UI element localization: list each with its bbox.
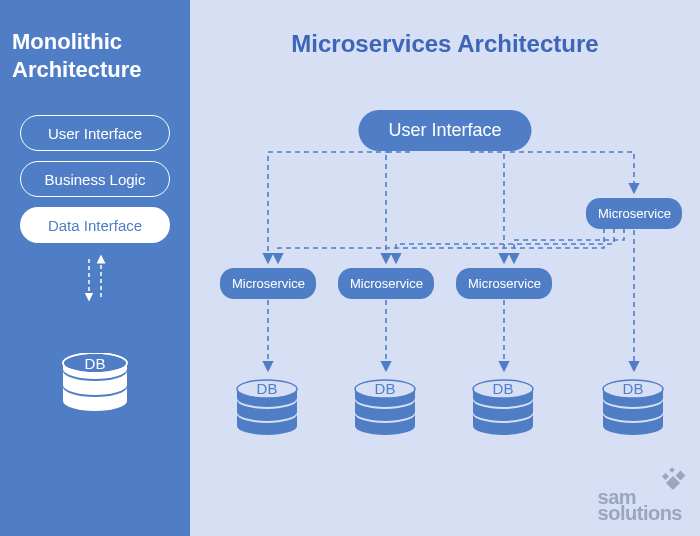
logo-squares-icon (654, 470, 684, 490)
monolithic-panel: Monolithic Architecture User Interface B… (0, 0, 190, 536)
microservice-2: Microservice (338, 268, 434, 299)
ui-node: User Interface (358, 110, 531, 151)
microservice-1: Microservice (220, 268, 316, 299)
microservice-3: Microservice (456, 268, 552, 299)
db-1-icon: DB (232, 378, 302, 438)
db-2-icon: DB (350, 378, 420, 438)
layer-data-interface: Data Interface (20, 207, 170, 243)
monolithic-title: Monolithic Architecture (12, 28, 178, 83)
layer-user-interface: User Interface (20, 115, 170, 151)
db-4-icon: DB (598, 378, 668, 438)
microservice-4: Microservice (586, 198, 682, 229)
microservices-title: Microservices Architecture (190, 30, 700, 58)
microservices-panel: Microservices Architecture User Interfac… (190, 0, 700, 536)
db-3-icon: DB (468, 378, 538, 438)
monolithic-db-icon: DB (60, 353, 130, 413)
sam-solutions-logo: sam solutions (598, 488, 682, 522)
bidirectional-arrows-icon (75, 253, 115, 303)
layer-business-logic: Business Logic (20, 161, 170, 197)
